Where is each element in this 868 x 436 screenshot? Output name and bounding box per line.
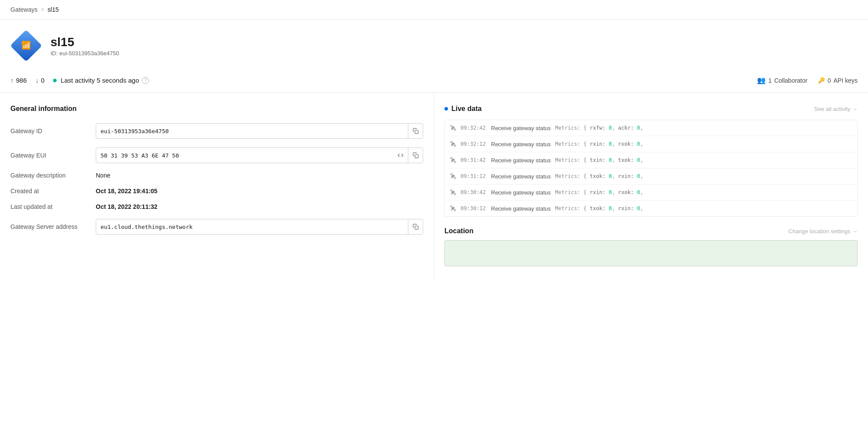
gateway-eui-code-button[interactable] [393, 148, 408, 163]
gateway-name: sl15 [50, 35, 119, 49]
download-count: 0 [41, 77, 44, 84]
gateway-eui-copy-button[interactable] [408, 148, 423, 163]
live-feed: 🛰 09:32:42 Receive gateway status Metric… [444, 120, 858, 217]
svg-rect-0 [415, 130, 418, 134]
upload-stat: ↑ 986 [10, 77, 27, 84]
live-data-title-text: Live data [451, 105, 481, 113]
feed-time: 09:32:12 [461, 141, 487, 147]
change-location-link[interactable]: Change location settings → [788, 228, 858, 235]
right-panel: Live data See all activity → 🛰 09:32:42 … [434, 93, 868, 278]
breadcrumb-current: sl15 [47, 6, 59, 13]
live-data-title: Live data [444, 105, 481, 113]
collaborators-stat[interactable]: 👥 1 Collaborator [757, 76, 807, 84]
help-icon[interactable]: ? [142, 77, 149, 84]
collaborators-count: 1 [768, 77, 772, 84]
created-at-row: Created at Oct 18, 2022 19:41:05 [10, 188, 423, 195]
gateway-eui-input[interactable] [96, 149, 393, 162]
location-title: Location [444, 227, 474, 235]
gateway-description-row: Gateway description None [10, 172, 423, 179]
activity-dot-icon [53, 79, 57, 82]
feed-metrics: Metrics: { txin: 0, txok: 0, [555, 157, 643, 163]
gateway-diamond [10, 30, 42, 62]
breadcrumb: Gateways > sl15 [0, 0, 868, 20]
feed-metrics: Metrics: { txok: 0, rxin: 0, [555, 173, 643, 179]
feed-row: 🛰 09:31:42 Receive gateway status Metric… [445, 152, 857, 168]
download-stat: ↓ 0 [36, 77, 45, 84]
general-info-panel: General information Gateway ID Gateway E… [0, 93, 434, 278]
last-updated-row: Last updated at Oct 18, 2022 20:11:32 [10, 203, 423, 210]
server-address-input[interactable] [96, 220, 408, 234]
feed-row: 🛰 09:32:12 Receive gateway status Metric… [445, 136, 857, 152]
svg-rect-1 [415, 154, 418, 158]
feed-row: 🛰 09:31:12 Receive gateway status Metric… [445, 168, 857, 184]
feed-metrics: Metrics: { rxin: 0, rxok: 0, [555, 141, 643, 147]
gateway-id-input[interactable] [96, 124, 408, 138]
gateway-id-label: Gateway ID [10, 127, 89, 134]
svg-rect-2 [415, 226, 418, 229]
feed-metrics: Metrics: { rxfw: 0, ackr: 0, [555, 125, 643, 131]
feed-time: 09:32:42 [461, 125, 487, 131]
gateway-icon: 📶 [10, 30, 42, 61]
feed-time: 09:30:12 [461, 205, 487, 211]
gateway-eui-field-group[interactable] [96, 148, 423, 163]
feed-time: 09:30:42 [461, 189, 487, 195]
feed-signal-icon: 🛰 [450, 173, 456, 180]
gateway-eui-label: Gateway EUI [10, 152, 89, 159]
feed-row: 🛰 09:30:42 Receive gateway status Metric… [445, 184, 857, 201]
server-address-field-group[interactable] [96, 219, 423, 235]
last-updated-value: Oct 18, 2022 20:11:32 [96, 203, 423, 210]
feed-time: 09:31:12 [461, 173, 487, 179]
api-keys-icon: 🔑 [818, 77, 825, 84]
feed-metrics: Metrics: { rxin: 0, rxok: 0, [555, 189, 643, 195]
general-info-title: General information [10, 105, 423, 113]
created-at-value: Oct 18, 2022 19:41:05 [96, 188, 423, 195]
feed-signal-icon: 🛰 [450, 205, 456, 212]
feed-description: Receive gateway status [491, 125, 551, 131]
upload-count: 986 [16, 77, 27, 84]
breadcrumb-parent-link[interactable]: Gateways [10, 6, 37, 13]
feed-metrics: Metrics: { txok: 0, rxin: 0, [555, 205, 643, 211]
gateway-id-row: Gateway ID [10, 123, 423, 139]
server-address-copy-button[interactable] [408, 219, 423, 234]
location-header: Location Change location settings → [444, 227, 858, 235]
down-arrow-icon: ↓ [36, 77, 39, 84]
created-at-label: Created at [10, 188, 89, 195]
live-data-dot-icon [444, 107, 448, 111]
collaborators-icon: 👥 [757, 76, 766, 84]
feed-row: 🛰 09:30:12 Receive gateway status Metric… [445, 201, 857, 216]
feed-signal-icon: 🛰 [450, 141, 456, 148]
feed-signal-icon: 🛰 [450, 157, 456, 164]
gateway-title-block: sl15 ID: eui-50313953a36e4750 [50, 35, 119, 57]
api-keys-count: 0 [828, 77, 831, 84]
location-section: Location Change location settings → [444, 227, 858, 266]
gateway-id-copy-button[interactable] [408, 124, 423, 138]
collaborators-label: Collaborator [774, 77, 807, 84]
see-all-activity-link[interactable]: See all activity → [814, 106, 858, 112]
gateway-id-field-group[interactable] [96, 123, 423, 139]
gateway-id-label: ID: eui-50313953a36e4750 [50, 50, 119, 57]
activity-stat: Last activity 5 seconds ago ? [53, 77, 149, 84]
feed-signal-icon: 🛰 [450, 124, 456, 131]
main-content: General information Gateway ID Gateway E… [0, 93, 868, 278]
api-keys-stat[interactable]: 🔑 0 API keys [818, 77, 858, 84]
server-address-row: Gateway Server address [10, 219, 423, 235]
stats-right-group: 👥 1 Collaborator 🔑 0 API keys [757, 76, 858, 84]
feed-description: Receive gateway status [491, 173, 551, 180]
api-keys-label: API keys [834, 77, 858, 84]
feed-signal-icon: 🛰 [450, 189, 456, 196]
server-address-label: Gateway Server address [10, 223, 89, 230]
location-map-preview [444, 240, 858, 266]
breadcrumb-separator: > [41, 7, 44, 13]
gateway-description-label: Gateway description [10, 172, 89, 179]
feed-row: 🛰 09:32:42 Receive gateway status Metric… [445, 120, 857, 136]
live-data-header: Live data See all activity → [444, 105, 858, 113]
up-arrow-icon: ↑ [10, 77, 14, 84]
gateway-description-value: None [96, 172, 423, 179]
feed-description: Receive gateway status [491, 157, 551, 164]
stats-bar: ↑ 986 ↓ 0 Last activity 5 seconds ago ? … [0, 68, 868, 93]
last-activity-text: Last activity 5 seconds ago [61, 77, 139, 84]
feed-time: 09:31:42 [461, 157, 487, 163]
gateway-eui-row: Gateway EUI [10, 148, 423, 163]
gateway-header: 📶 sl15 ID: eui-50313953a36e4750 [0, 20, 868, 61]
feed-description: Receive gateway status [491, 189, 551, 196]
